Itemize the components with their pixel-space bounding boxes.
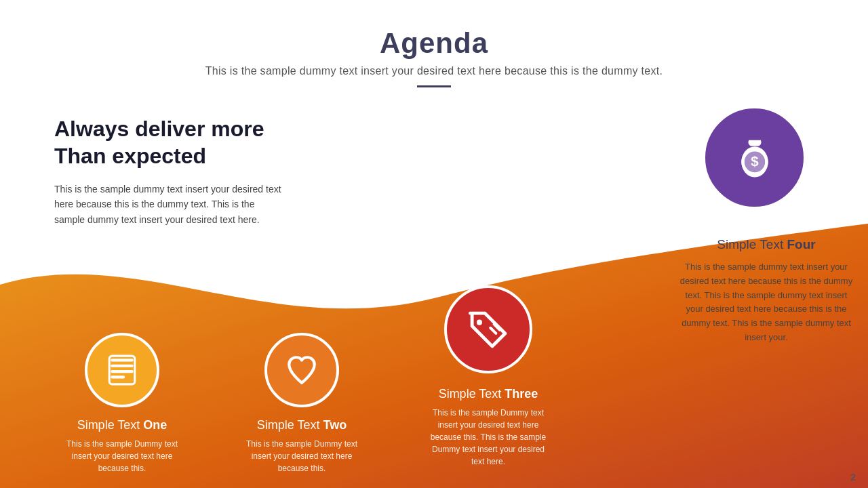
left-text-block: Always deliver more Than expected This i… <box>54 115 285 227</box>
icon-circle-two <box>264 333 339 407</box>
left-body: This is the sample dummy text insert you… <box>54 182 285 227</box>
svg-text:$: $ <box>751 153 759 168</box>
svg-rect-3 <box>111 375 125 378</box>
col-four-body: This is the sample dummy text insert you… <box>671 260 861 345</box>
col-three-body: This is the sample Dummy text insert you… <box>427 407 549 468</box>
left-heading: Always deliver more Than expected <box>54 115 285 169</box>
col-four-title: Simple Text Four <box>671 237 861 252</box>
page-number: 2 <box>850 472 856 483</box>
col-one-body: This is the sample Dummy text insert you… <box>61 438 183 474</box>
column-three: Simple Text Three This is the sample Dum… <box>400 299 576 488</box>
col-two-body: This is the sample Dummy text insert you… <box>241 438 363 474</box>
svg-rect-1 <box>111 365 133 367</box>
header-divider <box>417 85 451 87</box>
svg-rect-2 <box>111 370 133 373</box>
icon-circle-one <box>85 333 159 407</box>
heart-icon <box>285 353 319 387</box>
list-icon <box>105 353 139 387</box>
icon-circle-three <box>444 285 532 373</box>
svg-point-5 <box>476 319 481 325</box>
col-two-title: Simple Text Two <box>257 418 347 432</box>
col-three-title: Simple Text Three <box>439 387 538 401</box>
page-title: Agenda <box>0 27 868 60</box>
icon-circle-four: $ <box>702 105 807 210</box>
tag-icon <box>467 308 511 352</box>
column-one: Simple Text One This is the sample Dummy… <box>47 333 197 488</box>
col-one-title: Simple Text One <box>77 418 167 432</box>
header-section: Agenda This is the sample dummy text ins… <box>0 0 868 94</box>
column-two: Simple Text Two This is the sample Dummy… <box>224 333 380 488</box>
money-icon: $ <box>731 134 778 182</box>
column-four-text: Simple Text Four This is the sample dumm… <box>671 237 861 345</box>
svg-rect-0 <box>111 359 133 361</box>
header-subtitle: This is the sample dummy text insert you… <box>0 65 868 77</box>
